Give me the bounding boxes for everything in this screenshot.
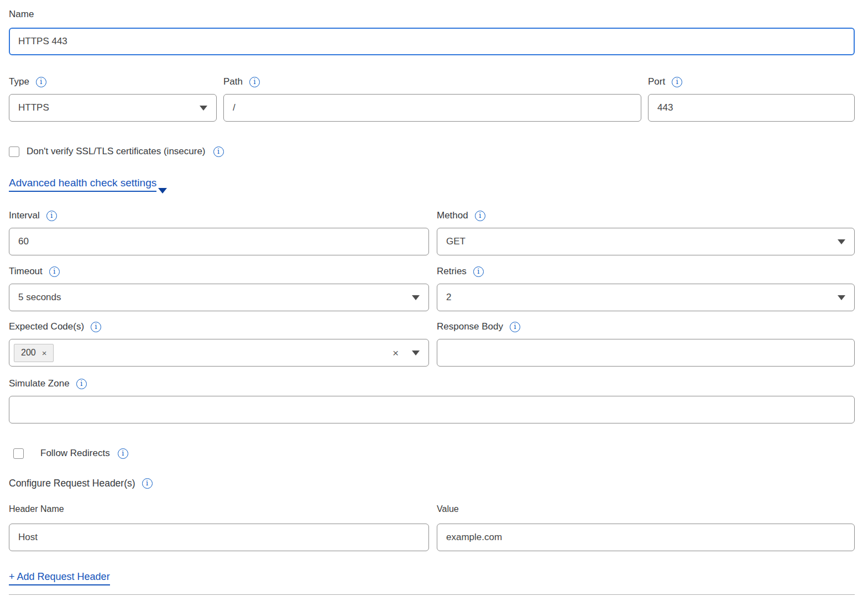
type-path-port-row: Type i HTTPS Path i Port i bbox=[9, 76, 855, 122]
info-icon[interactable]: i bbox=[475, 211, 485, 221]
simulate-zone-input[interactable] bbox=[9, 396, 855, 423]
expected-codes-label: Expected Code(s) bbox=[9, 321, 84, 332]
type-select-value: HTTPS bbox=[18, 102, 49, 113]
name-input[interactable] bbox=[9, 28, 855, 55]
retries-select[interactable]: 2 bbox=[437, 284, 855, 311]
add-request-header-link[interactable]: + Add Request Header bbox=[9, 571, 110, 585]
request-header-row: Header Name Value bbox=[9, 504, 855, 551]
port-input[interactable] bbox=[648, 94, 855, 122]
info-icon[interactable]: i bbox=[49, 266, 60, 277]
chevron-down-icon bbox=[412, 295, 420, 300]
follow-redirects-label: Follow Redirects bbox=[40, 448, 110, 459]
info-icon[interactable]: i bbox=[46, 211, 57, 221]
chevron-down-icon bbox=[838, 295, 845, 300]
health-check-form: Name Type i HTTPS Path i Port i bbox=[0, 0, 868, 595]
timeout-retries-row: Timeout i 5 seconds Retries i 2 bbox=[9, 266, 855, 311]
method-select-value: GET bbox=[446, 236, 466, 247]
info-icon[interactable]: i bbox=[249, 77, 260, 87]
info-icon[interactable]: i bbox=[510, 322, 520, 332]
interval-label: Interval bbox=[9, 210, 40, 221]
name-label-row: Name bbox=[9, 9, 855, 20]
remove-tag-icon[interactable]: × bbox=[42, 348, 47, 358]
chevron-down-icon[interactable] bbox=[412, 351, 420, 355]
chevron-down-icon bbox=[838, 239, 845, 244]
request-headers-section-title: Configure Request Header(s) bbox=[9, 478, 135, 489]
method-label: Method bbox=[437, 210, 468, 221]
response-body-input[interactable] bbox=[437, 339, 855, 367]
follow-redirects-row: Follow Redirects i bbox=[9, 448, 855, 459]
path-label: Path bbox=[223, 76, 243, 87]
timeout-select-value: 5 seconds bbox=[18, 292, 61, 303]
advanced-settings-link[interactable]: Advanced health check settings bbox=[9, 177, 167, 192]
expected-codes-multiselect[interactable]: 200 × × bbox=[9, 339, 429, 367]
ssl-verify-row: Don't verify SSL/TLS certificates (insec… bbox=[9, 146, 855, 157]
retries-select-value: 2 bbox=[446, 292, 451, 303]
interval-method-row: Interval i Method i GET bbox=[9, 210, 855, 255]
header-name-input[interactable] bbox=[9, 524, 429, 551]
info-icon[interactable]: i bbox=[36, 77, 46, 87]
ssl-verify-checkbox[interactable] bbox=[9, 147, 19, 157]
clear-all-icon[interactable]: × bbox=[393, 348, 399, 358]
retries-label: Retries bbox=[437, 266, 467, 277]
info-icon[interactable]: i bbox=[672, 77, 682, 87]
path-input[interactable] bbox=[223, 94, 641, 122]
header-name-label: Header Name bbox=[9, 504, 64, 514]
ssl-verify-label: Don't verify SSL/TLS certificates (insec… bbox=[27, 146, 206, 157]
codes-body-row: Expected Code(s) i 200 × × Response Body… bbox=[9, 321, 855, 367]
simulate-zone-label: Simulate Zone bbox=[9, 378, 70, 389]
request-headers-section-title-row: Configure Request Header(s) i bbox=[9, 478, 855, 489]
advanced-settings-link-text: Advanced health check settings bbox=[9, 177, 156, 192]
expected-code-tag-value: 200 bbox=[21, 348, 36, 358]
info-icon[interactable]: i bbox=[118, 448, 128, 459]
header-value-label: Value bbox=[437, 504, 459, 514]
type-label: Type bbox=[9, 76, 29, 87]
section-divider bbox=[9, 594, 855, 595]
header-value-input[interactable] bbox=[437, 524, 855, 551]
port-label: Port bbox=[648, 76, 665, 87]
info-icon[interactable]: i bbox=[213, 147, 224, 157]
chevron-down-icon bbox=[200, 106, 207, 111]
info-icon[interactable]: i bbox=[142, 478, 153, 489]
timeout-select[interactable]: 5 seconds bbox=[9, 284, 429, 311]
type-select[interactable]: HTTPS bbox=[9, 94, 217, 122]
interval-input[interactable] bbox=[9, 228, 429, 255]
info-icon[interactable]: i bbox=[91, 322, 101, 332]
response-body-label: Response Body bbox=[437, 321, 503, 332]
name-label: Name bbox=[9, 9, 34, 20]
info-icon[interactable]: i bbox=[473, 266, 484, 277]
method-select[interactable]: GET bbox=[437, 228, 855, 255]
info-icon[interactable]: i bbox=[76, 379, 87, 389]
follow-redirects-checkbox[interactable] bbox=[13, 448, 24, 459]
timeout-label: Timeout bbox=[9, 266, 43, 277]
chevron-down-icon bbox=[158, 188, 167, 193]
expected-code-tag: 200 × bbox=[14, 344, 54, 362]
